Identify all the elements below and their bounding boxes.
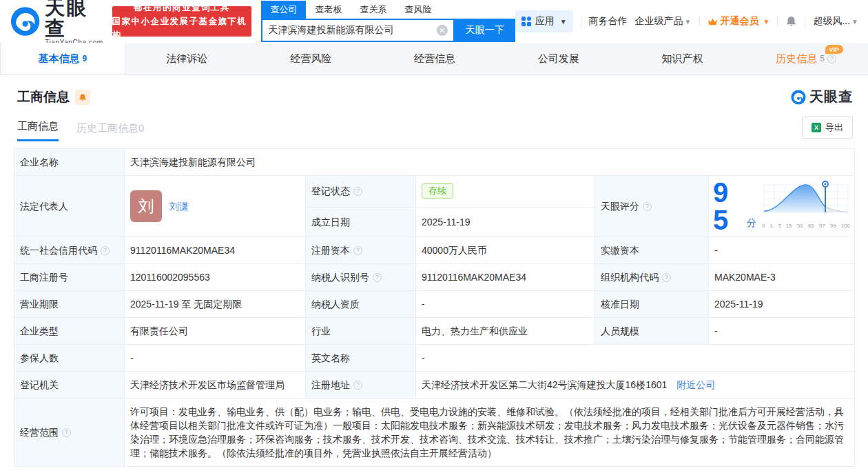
top-nav: 应用 ▼ 商务合作 企业级产品 ▼ 开通会员 ▼ (515, 10, 858, 32)
subtab-history-business-info[interactable]: 历史工商信息0 (76, 122, 144, 141)
subtab-bar: 工商信息 历史工商信息0 X 导出 (17, 119, 854, 141)
notification-bell[interactable] (785, 15, 797, 28)
score-cell: 95 分 (709, 176, 855, 237)
tianyancha-logo[interactable]: 天眼查 TianYanCha.com (10, 0, 105, 46)
reg-status-label: 登记状态? (306, 176, 416, 208)
approval-date-label: 核准日期 (595, 291, 709, 318)
search-button[interactable]: 天眼一下 (455, 19, 515, 42)
insured-count-value: - (125, 345, 306, 372)
clear-icon[interactable]: ✕ (437, 25, 448, 36)
score-label: 天眼评分? (595, 176, 709, 237)
section-title: 工商信息 (17, 88, 70, 106)
staff-size-value: - (709, 318, 855, 345)
search-input[interactable]: 天津滨海建投新能源有限公司 ✕ (261, 19, 454, 42)
tab-history-info[interactable]: VIP 历史信息 5 ? (744, 43, 868, 74)
tab-history-info-count: 5 (820, 54, 825, 63)
table-row: 法定代表人 刘 刘潇 登记状态? 存续 天眼评分? (14, 176, 855, 208)
help-icon[interactable]: ? (353, 246, 362, 255)
nav-enterprise[interactable]: 企业级产品 ▼ (635, 15, 692, 28)
tab-operating-info-label: 经营信息 (414, 52, 455, 66)
promo-banner-line1: 都在用的商业查询工具 (134, 1, 230, 14)
industry-value: 电力、热力生产和供应业 (416, 318, 595, 345)
nav-open-vip[interactable]: 开通会员 ▼ (707, 15, 770, 28)
business-term-label: 营业期限 (14, 291, 125, 318)
reg-status-value: 存续 (416, 176, 595, 208)
english-name-value: - (416, 345, 855, 372)
subscribe-bell-chip[interactable] (75, 90, 90, 105)
score-value: 95 (713, 179, 743, 234)
business-scope-value: 许可项目：发电业务、输电业务、供（配）电业务；输电、供电、受电电力设施的安装、维… (125, 399, 855, 467)
search-tab-boss[interactable]: 查老板 (306, 1, 351, 19)
export-button[interactable]: X 导出 (802, 117, 853, 139)
reg-number-value: 120116002095563 (125, 264, 306, 291)
help-icon[interactable]: ? (62, 428, 71, 437)
table-row: 营业期限 2025-11-19 至 无固定期限 纳税人资质 - 核准日期 202… (14, 291, 855, 318)
company-type-label: 企业类型 (14, 318, 125, 345)
org-code-label: 组织机构代码? (595, 264, 709, 291)
staff-size-label: 人员规模 (595, 318, 709, 345)
nav-cooperation[interactable]: 商务合作 (589, 15, 628, 28)
tab-history-info-label: 历史信息 (776, 52, 817, 66)
tianyancha-watermark-icon (791, 90, 806, 105)
help-icon[interactable]: ? (643, 202, 652, 211)
apps-label: 应用 (535, 15, 555, 28)
help-icon[interactable]: ? (353, 187, 362, 196)
nearby-companies-link[interactable]: 附近公司 (676, 379, 715, 390)
tab-company-development-label: 公司发展 (538, 52, 579, 66)
taxpayer-quality-label: 纳税人资质 (306, 291, 416, 318)
apps-menu[interactable]: 应用 ▼ (515, 10, 573, 32)
tab-basic-info[interactable]: 基本信息 9 (0, 43, 125, 74)
help-icon[interactable]: ? (373, 273, 382, 282)
search-tab-company[interactable]: 查公司 (261, 1, 306, 19)
nav-divider (699, 17, 700, 26)
legal-rep-avatar[interactable]: 刘 (130, 190, 162, 222)
apps-grid-icon (521, 17, 531, 26)
tab-company-development[interactable]: 公司发展 (497, 43, 621, 74)
taxpayer-quality-value: - (416, 291, 595, 318)
tab-operating-risk[interactable]: 经营风险 (249, 43, 373, 74)
tab-operating-info[interactable]: 经营信息 (373, 43, 497, 74)
table-row: 参保人数 - 英文名称 - (14, 345, 855, 372)
table-row: 工商注册号 120116002095563 纳税人识别号? 91120116MA… (14, 264, 855, 291)
reg-authority-label: 登记机关 (14, 372, 125, 399)
status-badge: 存续 (422, 183, 453, 199)
help-icon[interactable]: ? (827, 54, 836, 63)
search-tab-risk[interactable]: 查风险 (395, 1, 440, 19)
company-type-value: 有限责任公司 (125, 318, 306, 345)
search-tabs: 查公司 查老板 查关系 查风险 (261, 1, 515, 19)
section-header: 工商信息 天眼查 (17, 88, 854, 107)
tab-intellectual-property-label: 知识产权 (661, 52, 703, 66)
watermark-text: 天眼查 (809, 88, 853, 106)
promo-banner: 都在用的商业查询工具 国家中小企业发展子基金旗下机构 (112, 6, 252, 37)
reg-capital-label: 注册资本? (306, 237, 416, 264)
nav-super-risk[interactable]: 超级风... ▼ (813, 15, 858, 28)
business-info-section: 工商信息 天眼查 工商信息 历史工商信息0 X 导出 (0, 75, 868, 467)
legal-rep-value: 刘 刘潇 (125, 176, 306, 237)
legal-rep-label: 法定代表人 (14, 176, 125, 237)
promo-banner-line2: 国家中小企业发展子基金旗下机构 (112, 14, 252, 42)
search-input-value: 天津滨海建投新能源有限公司 (268, 24, 436, 37)
tab-legal-proceedings-label: 法律诉讼 (167, 52, 208, 66)
tab-operating-risk-label: 经营风险 (290, 52, 331, 66)
tab-intellectual-property[interactable]: 知识产权 (621, 43, 745, 74)
legal-rep-name-link[interactable]: 刘潇 (169, 199, 189, 213)
approval-date-value: 2025-11-19 (709, 291, 855, 318)
tab-basic-info-count: 9 (83, 54, 87, 63)
search-widget: 查公司 查老板 查关系 查风险 天津滨海建投新能源有限公司 ✕ 天眼一下 (261, 1, 515, 42)
tab-legal-proceedings[interactable]: 法律诉讼 (125, 43, 249, 74)
table-row: 企业名称 天津滨海建投新能源有限公司 (14, 149, 855, 176)
search-tab-relation[interactable]: 查关系 (351, 1, 395, 19)
reg-authority-value: 天津经济技术开发区市场监督管理局 (125, 372, 306, 399)
table-row: 统一社会信用代码? 91120116MAK20MAE34 注册资本? 40000… (14, 237, 855, 264)
vip-badge: VIP (825, 45, 844, 54)
credit-code-value: 91120116MAK20MAE34 (125, 237, 306, 264)
subtab-business-info[interactable]: 工商信息 (17, 120, 59, 141)
help-icon[interactable]: ? (662, 273, 671, 282)
help-icon[interactable]: ? (353, 381, 362, 390)
table-row: 登记机关 天津经济技术开发区市场监督管理局 注册地址? 天津经济技术开发区第二大… (14, 372, 855, 399)
tianyancha-watermark: 天眼查 (791, 88, 853, 106)
business-scope-label: 经营范围? (14, 399, 125, 467)
tianyancha-logo-icon (10, 6, 40, 37)
chevron-down-icon: ▼ (763, 18, 770, 26)
help-icon[interactable]: ? (101, 246, 110, 255)
